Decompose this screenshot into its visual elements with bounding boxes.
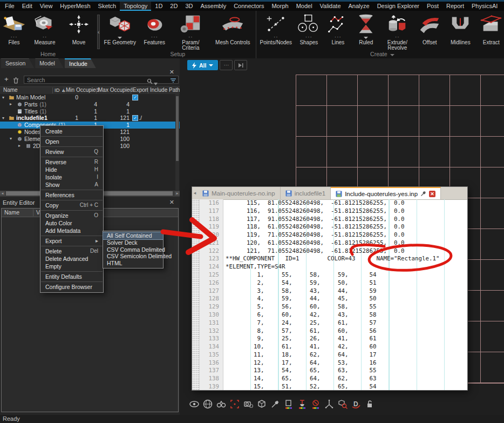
ribbon-ruled[interactable]: Ruled (352, 12, 380, 51)
triad-icon[interactable] (323, 398, 335, 410)
lock-icon[interactable] (364, 398, 375, 410)
tab-include[interactable]: Include (65, 58, 96, 68)
scroll-left-icon[interactable]: ◂ (0, 191, 5, 196)
trash-icon[interactable] (13, 76, 19, 86)
expander-closed-icon[interactable]: ▸ (18, 143, 21, 148)
ribbon-move[interactable]: Move (62, 12, 96, 51)
ribbon-extract[interactable]: Extract (476, 12, 504, 51)
editor-body[interactable]: 1161171181191201211221231241251261271281… (192, 199, 467, 390)
tree-row-parts[interactable]: ▸Parts(1)44 (0, 101, 180, 108)
scroll-right-icon[interactable]: ▸ (175, 191, 180, 196)
editor-tab-main-quoterules-no-inp[interactable]: Main-quoterules-no.inp (197, 187, 281, 199)
context-open[interactable]: Open (40, 138, 103, 145)
tree-row-main-model[interactable]: ▾Main Model0✓ (0, 94, 180, 101)
context-export[interactable]: Export▸ (40, 237, 103, 245)
expander-closed-icon[interactable]: ▸ (10, 102, 12, 106)
menu-2d[interactable]: 2D (166, 2, 181, 11)
orient-3d-icon[interactable]: D (350, 398, 362, 410)
column-header-name[interactable]: Name (3, 87, 18, 93)
menu-item[interactable]: + (501, 2, 504, 11)
menu-post[interactable]: Post (423, 2, 442, 11)
close-tab-icon[interactable]: ✕ (429, 191, 435, 197)
chevron-down-icon[interactable] (390, 54, 394, 56)
expander-open-icon[interactable]: ▾ (2, 116, 4, 120)
column-header-export[interactable]: Export (133, 87, 148, 93)
graphics-viewport[interactable]: All ··· ◂ Main-quoterules-no.inpincludef… (180, 58, 504, 423)
expander-open-icon[interactable]: ▾ (10, 136, 12, 141)
column-header-max-occupied[interactable]: Max Occupied (98, 87, 133, 93)
menu-topology[interactable]: Topology (120, 2, 151, 11)
column-header-min-occupied[interactable]: Min Occupied (66, 87, 99, 93)
add-icon[interactable]: + (4, 76, 9, 83)
no-colors-icon[interactable] (310, 398, 321, 410)
ribbon-midlines[interactable]: Midlines (445, 12, 476, 51)
menu-assembly[interactable]: Assembly (196, 2, 230, 11)
export-option-csv-semicolon-delimited[interactable]: CSV Semicolon Delimited (103, 253, 163, 260)
more-options-button[interactable]: ··· (220, 60, 233, 70)
menu-analyze[interactable]: Analyze (345, 2, 373, 11)
menu-3d[interactable]: 3D (181, 2, 196, 11)
element-colors-icon[interactable] (296, 398, 308, 410)
context-empty[interactable]: Empty (40, 263, 103, 270)
ribbon-lines[interactable]: ···Lines (324, 12, 352, 51)
tab-model[interactable]: Model (35, 58, 64, 68)
tab-scroll-left-icon[interactable]: ◂ (192, 187, 197, 199)
context-organize[interactable]: OrganizeO (40, 212, 103, 219)
export-option-solver-deck[interactable]: Solver Deck (103, 239, 163, 246)
export-option-csv-comma-delimited[interactable]: CSV Comma Delimited (103, 246, 163, 253)
context-copy[interactable]: CopyCtrl + C (40, 202, 103, 209)
context-create[interactable]: Create (40, 127, 103, 135)
context-auto-color[interactable]: Auto Color (40, 219, 103, 227)
entity-filter-button[interactable]: All (187, 60, 218, 70)
globe-icon[interactable] (202, 398, 213, 410)
tree-row-titles[interactable]: Titles(1)11 (0, 108, 180, 115)
filter-icon[interactable] (170, 76, 176, 86)
menu-hypermesh[interactable]: HyperMesh (56, 2, 94, 11)
menu-report[interactable]: Report (442, 2, 468, 11)
ribbon-files[interactable]: ···Files (0, 12, 28, 51)
menu-physicsai[interactable]: PhysicsAI (468, 2, 501, 11)
export-checkbox[interactable]: ✓ (132, 95, 138, 100)
context-isolate[interactable]: IsolateI (40, 173, 103, 181)
context-review[interactable]: ReviewQ (40, 148, 103, 156)
pin-icon[interactable] (420, 191, 426, 197)
tree-vertical-scrollbar[interactable] (175, 94, 179, 190)
export-checkbox[interactable]: ✓ (132, 115, 138, 121)
context-delete[interactable]: DeleteDel (40, 247, 103, 255)
tree-row-includefile1[interactable]: ▾includefile111121✓./ (0, 115, 180, 122)
view-cube-icon[interactable] (256, 398, 267, 410)
editor-tab-includefile1[interactable]: includefile1 (281, 187, 331, 199)
column-header-include-path[interactable]: Include Path (150, 87, 180, 93)
ribbon-shapes[interactable]: ···Shapes (294, 12, 324, 51)
eye-icon[interactable] (188, 398, 200, 410)
menu-validate[interactable]: Validate (316, 2, 345, 11)
menu-1d[interactable]: 1D (151, 2, 166, 11)
ribbon-features[interactable]: ···Features (139, 12, 170, 51)
context-hide[interactable]: HideH (40, 166, 103, 173)
context-configure-browser[interactable]: Configure Browser (40, 283, 103, 291)
binoculars-icon[interactable] (215, 398, 227, 410)
export-option-all-self-contained[interactable]: All Self Contained (103, 232, 163, 239)
context-reverse[interactable]: ReverseR (40, 158, 103, 166)
ribbon-collapse-button[interactable]: ‹ (97, 15, 100, 49)
expander-open-icon[interactable]: ▾ (2, 95, 4, 100)
menu-model[interactable]: Model (292, 2, 316, 11)
entity-editor-close-icon[interactable]: ✕ (169, 199, 174, 205)
export-option-html[interactable]: HTML (103, 260, 163, 267)
editor-code-area[interactable]: 115, 81.055248260498, -61.81215286255, 0… (223, 199, 467, 390)
context-references[interactable]: References (40, 191, 103, 199)
camera-icon[interactable] (242, 398, 254, 410)
search-icon[interactable] (147, 77, 153, 86)
editor-tab-include-quoterules-yes-inp[interactable]: Include-quoterules-yes.inp✕ (331, 187, 441, 199)
display-colors-icon[interactable] (283, 398, 294, 410)
menu-view[interactable]: View (36, 2, 57, 11)
context-add-metadata[interactable]: Add Metadata (40, 227, 103, 234)
context-entity-defaults[interactable]: Entity Defaults (40, 273, 103, 280)
focus-icon[interactable] (229, 398, 240, 410)
context-delete-advanced[interactable]: Delete Advanced (40, 255, 103, 263)
menu-file[interactable]: File (1, 2, 18, 11)
ribbon-mesh-controls[interactable]: Mesh Controls (211, 12, 254, 51)
panel-close-icon[interactable]: ✕ (169, 69, 174, 75)
ribbon-fe-geometry[interactable]: FE Geometry (101, 12, 139, 51)
pin-icon[interactable] (269, 398, 281, 410)
